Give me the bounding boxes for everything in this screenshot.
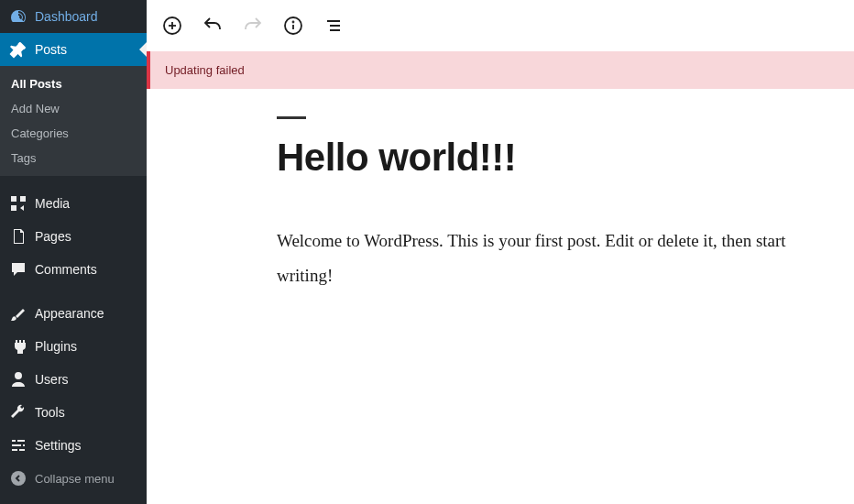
sidebar-item-label: Users <box>35 372 69 387</box>
post-editor[interactable]: Hello world!!! Welcome to WordPress. Thi… <box>277 89 808 293</box>
sidebar-item-settings[interactable]: Settings <box>0 429 147 462</box>
submenu-tags[interactable]: Tags <box>0 146 147 170</box>
wrench-icon <box>9 403 27 422</box>
add-block-button[interactable] <box>161 15 183 37</box>
error-notice: Updating failed <box>147 51 854 89</box>
sidebar-item-label: Comments <box>35 262 97 277</box>
post-content[interactable]: Welcome to WordPress. This is your first… <box>277 224 808 293</box>
sidebar-item-pages[interactable]: Pages <box>0 220 147 253</box>
svg-point-6 <box>293 22 294 23</box>
collapse-icon <box>9 469 27 488</box>
sidebar-item-label: Media <box>35 196 70 211</box>
pin-icon <box>9 40 27 59</box>
sidebar-item-appearance[interactable]: Appearance <box>0 297 147 330</box>
svg-rect-9 <box>330 29 340 31</box>
sidebar-item-label: Appearance <box>35 306 104 321</box>
sidebar-item-tools[interactable]: Tools <box>0 396 147 429</box>
sidebar-item-plugins[interactable]: Plugins <box>0 330 147 363</box>
submenu-all-posts[interactable]: All Posts <box>0 71 147 96</box>
sidebar-item-label: Settings <box>35 438 82 453</box>
submenu-add-new[interactable]: Add New <box>0 96 147 121</box>
collapse-label: Collapse menu <box>35 472 115 486</box>
undo-button[interactable] <box>202 15 224 37</box>
svg-rect-8 <box>330 25 340 27</box>
sidebar-item-label: Dashboard <box>35 9 98 24</box>
submenu-categories[interactable]: Categories <box>0 121 147 146</box>
sliders-icon <box>9 436 27 455</box>
info-button[interactable] <box>282 15 304 37</box>
media-icon <box>9 194 27 213</box>
sidebar-item-users[interactable]: Users <box>0 363 147 396</box>
comments-icon <box>9 260 27 279</box>
title-accent <box>277 116 306 119</box>
user-icon <box>9 370 27 389</box>
outline-button[interactable] <box>323 15 345 37</box>
svg-point-0 <box>11 471 26 486</box>
collapse-menu[interactable]: Collapse menu <box>0 462 147 495</box>
sidebar-item-label: Plugins <box>35 339 77 354</box>
svg-rect-7 <box>327 20 340 22</box>
brush-icon <box>9 304 27 323</box>
pages-icon <box>9 227 27 246</box>
sidebar-item-media[interactable]: Media <box>0 187 147 220</box>
admin-sidebar: Dashboard Posts All Posts Add New Catego… <box>0 0 147 504</box>
sidebar-item-label: Posts <box>35 42 67 57</box>
plug-icon <box>9 337 27 356</box>
sidebar-item-dashboard[interactable]: Dashboard <box>0 0 147 33</box>
sidebar-item-posts[interactable]: Posts <box>0 33 147 66</box>
editor-toolbar <box>147 0 854 51</box>
editor-main: Updating failed Hello world!!! Welcome t… <box>147 0 854 504</box>
sidebar-item-comments[interactable]: Comments <box>0 253 147 286</box>
dashboard-icon <box>9 7 27 26</box>
post-title[interactable]: Hello world!!! <box>277 136 808 180</box>
sidebar-item-label: Pages <box>35 229 71 244</box>
sidebar-item-label: Tools <box>35 405 65 420</box>
posts-submenu: All Posts Add New Categories Tags <box>0 66 147 176</box>
redo-button <box>242 15 264 37</box>
notice-text: Updating failed <box>165 63 245 77</box>
